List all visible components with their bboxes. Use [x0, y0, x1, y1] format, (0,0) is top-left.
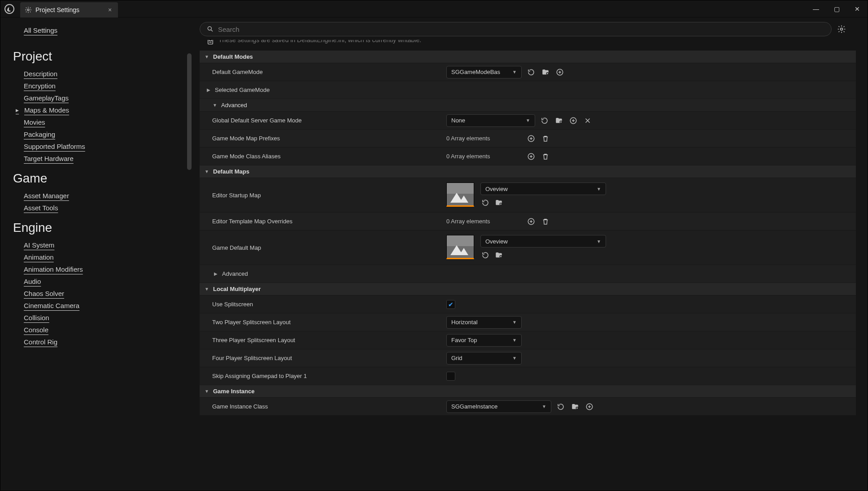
chevron-down-icon: ▼ [204, 287, 209, 291]
map-asset-block: Oveview ▼ [446, 235, 606, 260]
row-skip-gamepad: Skip Assigning Gamepad to Player 1 [200, 367, 856, 385]
use-splitscreen-checkbox[interactable]: ✔ [446, 300, 455, 309]
map-asset-block: Oveview ▼ [446, 182, 606, 208]
prop-label: ▶ Selected GameMode [200, 83, 442, 97]
section-default-modes[interactable]: ▼ Default Modes [200, 50, 856, 63]
section-local-multiplayer[interactable]: ▼ Local Multiplayer [200, 282, 856, 295]
body: All Settings ProjectDescriptionEncryptio… [0, 17, 868, 491]
sidebar-item-control-rig[interactable]: Control Rig [13, 336, 189, 348]
chevron-down-icon: ▼ [512, 356, 517, 361]
prop-value [442, 88, 856, 92]
prop-label: Editor Template Map Overrides [200, 214, 442, 228]
delete-icon[interactable] [541, 152, 550, 161]
sidebar-item-collision[interactable]: Collision [13, 312, 189, 323]
game-default-map-dropdown[interactable]: Oveview ▼ [480, 235, 606, 248]
titlebar: Project Settings × — ▢ ✕ [0, 0, 868, 17]
view-options-gear-icon[interactable] [837, 25, 846, 34]
sidebar-item-animation-modifiers[interactable]: Animation Modifiers [13, 264, 189, 275]
delete-icon[interactable] [541, 134, 550, 143]
sidebar-scrollbar[interactable] [187, 53, 192, 170]
prop-label: ▶ Advanced [200, 267, 442, 281]
default-gamemode-dropdown[interactable]: SGGameModeBas ▼ [446, 66, 522, 78]
dropdown-value: Horizontal [451, 319, 478, 326]
gear-icon [25, 6, 32, 13]
prop-value [442, 272, 856, 276]
maximize-button[interactable]: ▢ [826, 0, 847, 17]
prop-label-text: Advanced [222, 270, 248, 277]
add-icon[interactable] [526, 152, 536, 161]
row-selected-gamemode[interactable]: ▶ Selected GameMode [200, 81, 856, 99]
prop-label-text: Selected GameMode [215, 87, 270, 93]
game-instance-class-dropdown[interactable]: SGGameInstance ▼ [446, 400, 551, 413]
two-player-layout-dropdown[interactable]: Horizontal ▼ [446, 316, 522, 329]
row-advanced-maps[interactable]: ▶ Advanced [200, 265, 856, 282]
search-input-wrapper[interactable] [200, 22, 832, 36]
reset-icon[interactable] [526, 67, 536, 77]
sidebar-item-animation[interactable]: Animation [13, 252, 189, 263]
add-icon[interactable] [555, 67, 565, 77]
svg-point-5 [5, 4, 14, 13]
sidebar-item-target-hardware[interactable]: Target Hardware [13, 153, 189, 164]
skip-gamepad-checkbox[interactable] [446, 372, 455, 381]
subsection-advanced-modes[interactable]: ▼ Advanced [200, 99, 856, 111]
browse-icon[interactable] [554, 116, 564, 126]
section-default-maps[interactable]: ▼ Default Maps [200, 165, 856, 178]
sidebar-item-chaos-solver[interactable]: Chaos Solver [13, 288, 189, 299]
prop-value: Oveview ▼ [442, 230, 856, 265]
search-input[interactable] [218, 26, 825, 33]
row-four-player-layout: Four Player Splitscreen Layout Grid ▼ [200, 349, 856, 367]
dropdown-value: Oveview [485, 186, 508, 192]
chevron-down-icon: ▼ [526, 118, 530, 123]
sidebar-item-encryption[interactable]: Encryption [13, 80, 189, 91]
all-settings-link[interactable]: All Settings [24, 26, 57, 34]
titlebar-spacer [118, 0, 806, 17]
browse-icon[interactable] [494, 198, 504, 208]
three-player-layout-dropdown[interactable]: Favor Top ▼ [446, 334, 522, 347]
reset-icon[interactable] [556, 402, 566, 412]
dropdown-value: SGGameModeBas [451, 69, 500, 75]
sidebar-item-supported-platforms[interactable]: Supported Platforms [13, 141, 189, 152]
global-server-gamemode-dropdown[interactable]: None ▼ [446, 114, 535, 127]
sidebar-item-console[interactable]: Console [13, 324, 189, 335]
browse-icon[interactable] [570, 402, 580, 412]
close-icon[interactable]: × [108, 6, 112, 13]
sidebar-item-asset-tools[interactable]: Asset Tools [13, 202, 189, 213]
dropdown-value: Grid [451, 355, 462, 361]
minimize-button[interactable]: — [806, 0, 826, 17]
add-icon[interactable] [568, 116, 578, 126]
dropdown-value: Favor Top [451, 337, 477, 343]
clear-icon[interactable] [583, 116, 593, 126]
map-thumbnail[interactable] [446, 182, 474, 207]
map-thumbnail[interactable] [446, 235, 474, 259]
sidebar-item-description[interactable]: Description [13, 68, 189, 79]
sidebar-item-packaging[interactable]: Packaging [13, 129, 189, 140]
delete-icon[interactable] [541, 217, 550, 226]
chevron-down-icon: ▼ [542, 404, 546, 409]
prop-value: ✔ [442, 298, 856, 311]
sidebar-item-ai-system[interactable]: AI System [13, 239, 189, 251]
tab-project-settings[interactable]: Project Settings × [20, 2, 118, 17]
prop-label: Game Default Map [200, 241, 442, 255]
reset-icon[interactable] [480, 250, 490, 260]
reset-icon[interactable] [480, 198, 490, 208]
row-gamemode-class-aliases: Game Mode Class Aliases 0 Array elements [200, 147, 856, 165]
sidebar-item-maps-modes[interactable]: Maps & Modes [13, 104, 189, 116]
prop-label: Global Default Server Game Mode [200, 113, 442, 127]
prop-value: Grid ▼ [442, 350, 856, 366]
section-game-instance[interactable]: ▼ Game Instance [200, 385, 856, 397]
sidebar-item-asset-manager[interactable]: Asset Manager [13, 190, 189, 201]
sidebar-item-movies[interactable]: Movies [13, 117, 189, 128]
browse-icon[interactable] [494, 250, 504, 260]
add-icon[interactable] [526, 134, 536, 143]
sidebar-item-gameplaytags[interactable]: GameplayTags [13, 92, 189, 104]
sidebar-item-cinematic-camera[interactable]: Cinematic Camera [13, 300, 189, 311]
add-icon[interactable] [584, 402, 594, 412]
reset-icon[interactable] [540, 116, 550, 126]
add-icon[interactable] [526, 217, 536, 226]
sidebar-item-audio[interactable]: Audio [13, 276, 189, 287]
browse-icon[interactable] [541, 67, 550, 77]
four-player-layout-dropdown[interactable]: Grid ▼ [446, 352, 522, 365]
close-button[interactable]: ✕ [847, 0, 868, 17]
prop-label: Skip Assigning Gamepad to Player 1 [200, 369, 442, 383]
editor-startup-map-dropdown[interactable]: Oveview ▼ [480, 182, 606, 195]
